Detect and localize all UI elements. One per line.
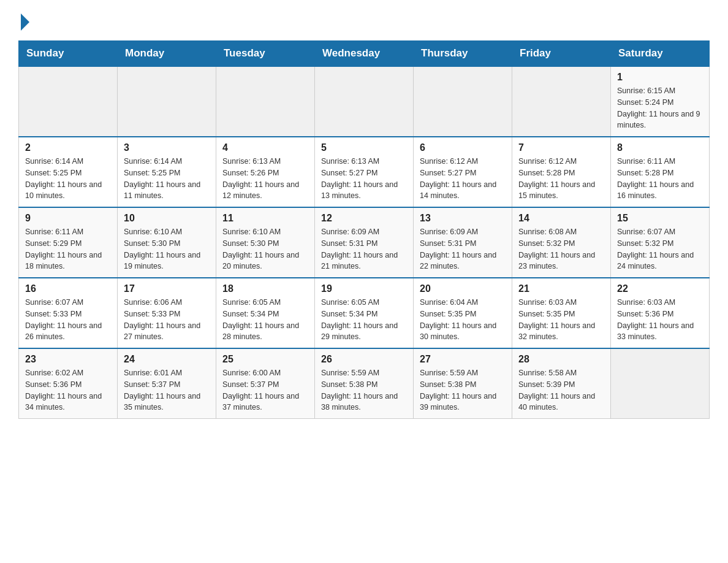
day-number: 28 xyxy=(518,354,604,365)
day-number: 13 xyxy=(420,213,506,224)
day-number: 2 xyxy=(25,142,111,153)
day-number: 19 xyxy=(321,283,407,294)
calendar-cell: 5Sunrise: 6:13 AM Sunset: 5:27 PM Daylig… xyxy=(315,137,414,207)
day-info: Sunrise: 6:08 AM Sunset: 5:32 PM Dayligh… xyxy=(518,226,604,272)
day-number: 25 xyxy=(222,354,308,365)
calendar-cell: 4Sunrise: 6:13 AM Sunset: 5:26 PM Daylig… xyxy=(216,137,315,207)
day-number: 10 xyxy=(124,213,210,224)
calendar-cell: 9Sunrise: 6:11 AM Sunset: 5:29 PM Daylig… xyxy=(19,207,118,278)
day-info: Sunrise: 6:04 AM Sunset: 5:35 PM Dayligh… xyxy=(420,297,506,343)
day-info: Sunrise: 5:59 AM Sunset: 5:38 PM Dayligh… xyxy=(420,367,506,413)
day-number: 8 xyxy=(617,142,703,153)
page-header xyxy=(18,12,710,28)
calendar-week-row: 9Sunrise: 6:11 AM Sunset: 5:29 PM Daylig… xyxy=(19,207,710,278)
calendar-cell xyxy=(118,66,216,137)
day-number: 18 xyxy=(222,283,308,294)
day-info: Sunrise: 6:14 AM Sunset: 5:25 PM Dayligh… xyxy=(25,156,111,202)
logo-arrow-icon xyxy=(21,13,29,31)
calendar-cell: 19Sunrise: 6:05 AM Sunset: 5:34 PM Dayli… xyxy=(315,278,414,348)
day-number: 21 xyxy=(518,283,604,294)
calendar-cell: 13Sunrise: 6:09 AM Sunset: 5:31 PM Dayli… xyxy=(414,207,512,278)
calendar-week-row: 1Sunrise: 6:15 AM Sunset: 5:24 PM Daylig… xyxy=(19,66,710,137)
day-info: Sunrise: 6:03 AM Sunset: 5:36 PM Dayligh… xyxy=(617,297,703,343)
day-info: Sunrise: 6:01 AM Sunset: 5:37 PM Dayligh… xyxy=(124,367,210,413)
calendar-cell: 21Sunrise: 6:03 AM Sunset: 5:35 PM Dayli… xyxy=(512,278,611,348)
day-of-week-sunday: Sunday xyxy=(19,41,118,67)
calendar-cell: 16Sunrise: 6:07 AM Sunset: 5:33 PM Dayli… xyxy=(19,278,118,348)
day-info: Sunrise: 6:12 AM Sunset: 5:28 PM Dayligh… xyxy=(518,156,604,202)
day-info: Sunrise: 6:13 AM Sunset: 5:27 PM Dayligh… xyxy=(321,156,407,202)
calendar-cell: 20Sunrise: 6:04 AM Sunset: 5:35 PM Dayli… xyxy=(414,278,512,348)
day-of-week-thursday: Thursday xyxy=(414,41,512,67)
calendar-cell: 24Sunrise: 6:01 AM Sunset: 5:37 PM Dayli… xyxy=(118,348,216,419)
day-number: 3 xyxy=(124,142,210,153)
calendar-cell: 12Sunrise: 6:09 AM Sunset: 5:31 PM Dayli… xyxy=(315,207,414,278)
day-of-week-friday: Friday xyxy=(512,41,611,67)
calendar-cell: 7Sunrise: 6:12 AM Sunset: 5:28 PM Daylig… xyxy=(512,137,611,207)
calendar-week-row: 2Sunrise: 6:14 AM Sunset: 5:25 PM Daylig… xyxy=(19,137,710,207)
calendar-cell: 26Sunrise: 5:59 AM Sunset: 5:38 PM Dayli… xyxy=(315,348,414,419)
calendar-cell: 25Sunrise: 6:00 AM Sunset: 5:37 PM Dayli… xyxy=(216,348,315,419)
day-info: Sunrise: 6:14 AM Sunset: 5:25 PM Dayligh… xyxy=(124,156,210,202)
day-number: 1 xyxy=(617,72,703,83)
calendar-cell: 23Sunrise: 6:02 AM Sunset: 5:36 PM Dayli… xyxy=(19,348,118,419)
calendar-week-row: 16Sunrise: 6:07 AM Sunset: 5:33 PM Dayli… xyxy=(19,278,710,348)
calendar-cell: 1Sunrise: 6:15 AM Sunset: 5:24 PM Daylig… xyxy=(611,66,710,137)
calendar-cell: 8Sunrise: 6:11 AM Sunset: 5:28 PM Daylig… xyxy=(611,137,710,207)
day-info: Sunrise: 6:03 AM Sunset: 5:35 PM Dayligh… xyxy=(518,297,604,343)
day-info: Sunrise: 6:10 AM Sunset: 5:30 PM Dayligh… xyxy=(222,226,308,272)
day-info: Sunrise: 6:07 AM Sunset: 5:32 PM Dayligh… xyxy=(617,226,703,272)
day-number: 16 xyxy=(25,283,111,294)
day-number: 22 xyxy=(617,283,703,294)
day-info: Sunrise: 6:13 AM Sunset: 5:26 PM Dayligh… xyxy=(222,156,308,202)
day-number: 17 xyxy=(124,283,210,294)
day-number: 9 xyxy=(25,213,111,224)
logo xyxy=(18,12,29,28)
day-of-week-saturday: Saturday xyxy=(611,41,710,67)
day-info: Sunrise: 5:59 AM Sunset: 5:38 PM Dayligh… xyxy=(321,367,407,413)
day-number: 26 xyxy=(321,354,407,365)
day-of-week-tuesday: Tuesday xyxy=(216,41,315,67)
day-info: Sunrise: 6:05 AM Sunset: 5:34 PM Dayligh… xyxy=(222,297,308,343)
calendar-table: SundayMondayTuesdayWednesdayThursdayFrid… xyxy=(18,40,710,419)
day-info: Sunrise: 6:06 AM Sunset: 5:33 PM Dayligh… xyxy=(124,297,210,343)
day-info: Sunrise: 6:10 AM Sunset: 5:30 PM Dayligh… xyxy=(124,226,210,272)
calendar-cell: 18Sunrise: 6:05 AM Sunset: 5:34 PM Dayli… xyxy=(216,278,315,348)
calendar-cell: 22Sunrise: 6:03 AM Sunset: 5:36 PM Dayli… xyxy=(611,278,710,348)
day-number: 11 xyxy=(222,213,308,224)
day-info: Sunrise: 6:02 AM Sunset: 5:36 PM Dayligh… xyxy=(25,367,111,413)
day-number: 5 xyxy=(321,142,407,153)
calendar-cell: 10Sunrise: 6:10 AM Sunset: 5:30 PM Dayli… xyxy=(118,207,216,278)
day-number: 6 xyxy=(420,142,506,153)
day-info: Sunrise: 6:09 AM Sunset: 5:31 PM Dayligh… xyxy=(321,226,407,272)
day-number: 4 xyxy=(222,142,308,153)
calendar-header-row: SundayMondayTuesdayWednesdayThursdayFrid… xyxy=(19,41,710,67)
calendar-cell: 2Sunrise: 6:14 AM Sunset: 5:25 PM Daylig… xyxy=(19,137,118,207)
calendar-cell: 11Sunrise: 6:10 AM Sunset: 5:30 PM Dayli… xyxy=(216,207,315,278)
day-number: 20 xyxy=(420,283,506,294)
calendar-cell xyxy=(611,348,710,419)
day-number: 27 xyxy=(420,354,506,365)
day-of-week-monday: Monday xyxy=(118,41,216,67)
day-number: 15 xyxy=(617,213,703,224)
day-info: Sunrise: 6:05 AM Sunset: 5:34 PM Dayligh… xyxy=(321,297,407,343)
day-info: Sunrise: 6:12 AM Sunset: 5:27 PM Dayligh… xyxy=(420,156,506,202)
calendar-cell xyxy=(512,66,611,137)
day-info: Sunrise: 6:11 AM Sunset: 5:28 PM Dayligh… xyxy=(617,156,703,202)
calendar-cell: 27Sunrise: 5:59 AM Sunset: 5:38 PM Dayli… xyxy=(414,348,512,419)
calendar-cell: 6Sunrise: 6:12 AM Sunset: 5:27 PM Daylig… xyxy=(414,137,512,207)
calendar-cell xyxy=(19,66,118,137)
day-number: 23 xyxy=(25,354,111,365)
calendar-cell xyxy=(414,66,512,137)
calendar-cell xyxy=(216,66,315,137)
day-info: Sunrise: 5:58 AM Sunset: 5:39 PM Dayligh… xyxy=(518,367,604,413)
calendar-cell xyxy=(315,66,414,137)
day-info: Sunrise: 6:07 AM Sunset: 5:33 PM Dayligh… xyxy=(25,297,111,343)
calendar-cell: 15Sunrise: 6:07 AM Sunset: 5:32 PM Dayli… xyxy=(611,207,710,278)
day-info: Sunrise: 6:11 AM Sunset: 5:29 PM Dayligh… xyxy=(25,226,111,272)
day-number: 14 xyxy=(518,213,604,224)
calendar-cell: 14Sunrise: 6:08 AM Sunset: 5:32 PM Dayli… xyxy=(512,207,611,278)
day-number: 7 xyxy=(518,142,604,153)
day-info: Sunrise: 6:09 AM Sunset: 5:31 PM Dayligh… xyxy=(420,226,506,272)
calendar-cell: 28Sunrise: 5:58 AM Sunset: 5:39 PM Dayli… xyxy=(512,348,611,419)
